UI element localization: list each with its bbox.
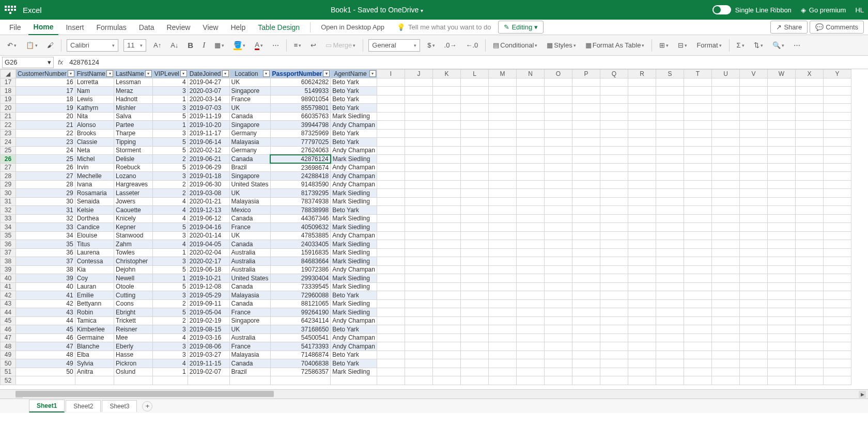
- cell[interactable]: [767, 325, 795, 334]
- cell[interactable]: [572, 87, 600, 96]
- cell[interactable]: 24033405: [270, 240, 331, 249]
- cell[interactable]: Pickron: [114, 359, 153, 368]
- cell[interactable]: [628, 189, 656, 198]
- cell[interactable]: Alonso: [75, 121, 114, 130]
- tab-table-design[interactable]: Table Design: [253, 20, 305, 35]
- cell[interactable]: [795, 240, 823, 249]
- cell[interactable]: [767, 342, 795, 351]
- cell[interactable]: [823, 325, 851, 334]
- cell[interactable]: [600, 138, 628, 147]
- column-letter[interactable]: N: [516, 70, 544, 78]
- cell[interactable]: Dejohn: [114, 265, 153, 274]
- cell[interactable]: [572, 240, 600, 249]
- cell[interactable]: [795, 274, 823, 283]
- cell[interactable]: [795, 78, 823, 87]
- row-number[interactable]: 42: [1, 291, 16, 300]
- cell[interactable]: [16, 376, 75, 385]
- cell[interactable]: [600, 316, 628, 325]
- cell[interactable]: 78374938: [270, 197, 331, 206]
- cell[interactable]: [432, 138, 460, 147]
- sheet-tab[interactable]: Sheet2: [66, 400, 101, 412]
- cell[interactable]: 37: [16, 257, 75, 266]
- cell[interactable]: [739, 95, 767, 104]
- cell[interactable]: [600, 112, 628, 121]
- cell[interactable]: [377, 308, 405, 317]
- cell[interactable]: [684, 155, 711, 164]
- cell[interactable]: 98901054: [270, 95, 331, 104]
- cell[interactable]: [684, 308, 711, 317]
- cell[interactable]: [684, 325, 711, 334]
- cell[interactable]: 45: [16, 325, 75, 334]
- cell[interactable]: Mark Siedling: [331, 223, 377, 232]
- cell[interactable]: [488, 359, 516, 368]
- cell[interactable]: [739, 240, 767, 249]
- go-premium-button[interactable]: ◈ Go premium: [801, 6, 846, 14]
- find-button[interactable]: 🔍▾: [770, 40, 786, 50]
- cell[interactable]: [377, 146, 405, 155]
- delete-cells-button[interactable]: ⊟▾: [676, 40, 689, 50]
- cell[interactable]: [628, 333, 656, 342]
- cell[interactable]: [795, 146, 823, 155]
- cell[interactable]: [544, 282, 572, 291]
- cell[interactable]: [795, 316, 823, 325]
- cell[interactable]: 40: [16, 282, 75, 291]
- cell[interactable]: Canada: [229, 112, 270, 121]
- cell[interactable]: [572, 104, 600, 113]
- cell[interactable]: [767, 206, 795, 215]
- cell[interactable]: [460, 180, 488, 189]
- cell[interactable]: Storment: [114, 146, 153, 155]
- cell[interactable]: [656, 197, 684, 206]
- cell[interactable]: [488, 129, 516, 138]
- cell[interactable]: [795, 351, 823, 359]
- cell[interactable]: [767, 214, 795, 223]
- cell[interactable]: 41: [16, 291, 75, 300]
- cell[interactable]: [377, 206, 405, 215]
- cell[interactable]: [405, 231, 432, 240]
- row-number[interactable]: 50: [1, 359, 16, 368]
- cell[interactable]: 4: [152, 240, 188, 249]
- cell[interactable]: [767, 87, 795, 96]
- cell[interactable]: [684, 197, 711, 206]
- cell[interactable]: [432, 342, 460, 351]
- cell[interactable]: Andy Champan: [331, 180, 377, 189]
- cell[interactable]: Anitra: [75, 368, 114, 376]
- cell[interactable]: [767, 138, 795, 147]
- cell[interactable]: [823, 155, 851, 164]
- cell[interactable]: [405, 163, 432, 172]
- cell[interactable]: [739, 180, 767, 189]
- cell[interactable]: Beto Yark: [331, 138, 377, 147]
- cell[interactable]: [684, 231, 711, 240]
- conditional-format-button[interactable]: ▤Conditional▾: [491, 40, 539, 50]
- cell[interactable]: [823, 146, 851, 155]
- cell[interactable]: [823, 172, 851, 181]
- cell[interactable]: [711, 172, 739, 181]
- cell[interactable]: [823, 112, 851, 121]
- cell[interactable]: [600, 282, 628, 291]
- font-color-button[interactable]: A▾: [253, 40, 265, 51]
- cell[interactable]: [572, 155, 600, 164]
- cell[interactable]: 64234114: [270, 316, 331, 325]
- cell[interactable]: [767, 274, 795, 283]
- cell[interactable]: [628, 291, 656, 300]
- cell[interactable]: [516, 95, 544, 104]
- cell[interactable]: Germaine: [75, 333, 114, 342]
- cell[interactable]: [711, 121, 739, 130]
- cell[interactable]: [516, 282, 544, 291]
- cell[interactable]: [600, 231, 628, 240]
- cell[interactable]: [795, 325, 823, 334]
- cell[interactable]: [823, 299, 851, 308]
- cell[interactable]: [460, 282, 488, 291]
- cell[interactable]: [767, 163, 795, 172]
- cell[interactable]: 21: [16, 121, 75, 130]
- cell[interactable]: [628, 121, 656, 130]
- cell[interactable]: [544, 112, 572, 121]
- cell[interactable]: Andy Champan: [331, 333, 377, 342]
- cell[interactable]: Bettyann: [75, 299, 114, 308]
- cell[interactable]: [516, 138, 544, 147]
- cell[interactable]: [600, 351, 628, 359]
- cell[interactable]: Malayasia: [229, 291, 270, 300]
- cell[interactable]: [544, 206, 572, 215]
- filter-icon[interactable]: ▾: [180, 70, 187, 77]
- cell[interactable]: [684, 180, 711, 189]
- row-number[interactable]: 47: [1, 333, 16, 342]
